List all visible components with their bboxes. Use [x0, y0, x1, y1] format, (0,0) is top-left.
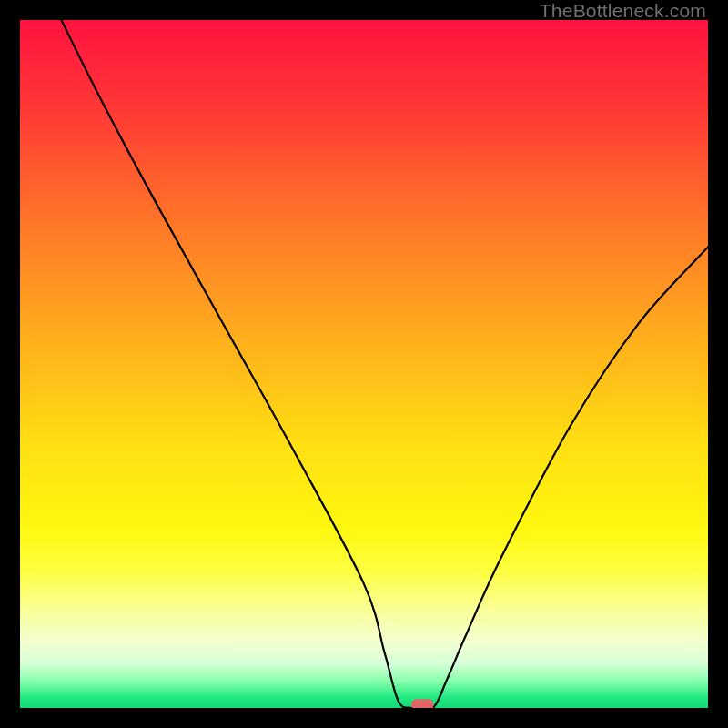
plot-area — [20, 20, 708, 708]
optimal-point-marker — [411, 699, 433, 708]
bottleneck-chart — [20, 20, 708, 708]
gradient-background — [20, 20, 708, 708]
watermark-text: TheBottleneck.com — [540, 0, 706, 22]
chart-frame: TheBottleneck.com — [0, 0, 728, 728]
